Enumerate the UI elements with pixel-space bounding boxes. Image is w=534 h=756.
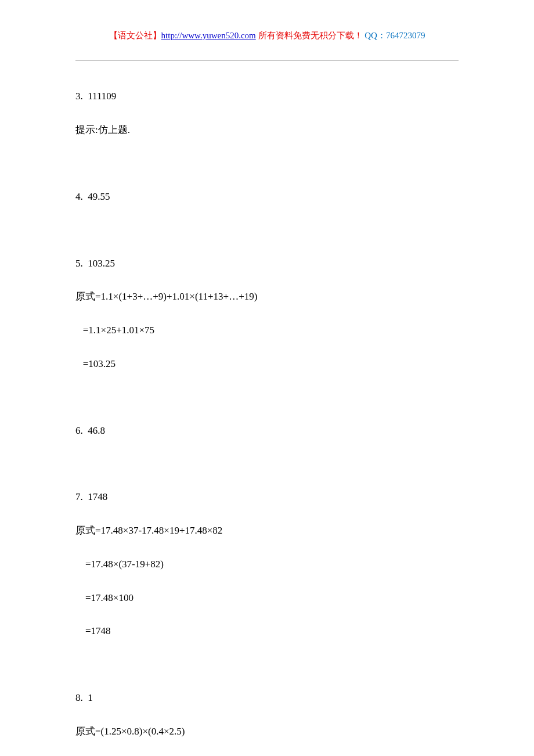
header-rest: 所有资料免费无积分下载！ <box>256 31 363 40</box>
work-line: 原式=1.1×(1+3+…+9)+1.01×(11+13+…+19) <box>75 289 459 305</box>
brand-label: 【语文公社】 <box>109 31 161 40</box>
document-body: 3. 111109 提示:仿上题. 4. 49.55 5. 103.25 原式=… <box>75 72 459 757</box>
divider-line <box>75 60 459 60</box>
qq-label: QQ： <box>365 31 386 40</box>
work-line: =1.1×25+1.01×75 <box>75 322 459 339</box>
work-line: =1748 <box>75 623 459 640</box>
page-header: 【语文公社】http://www.yuwen520.com 所有资料免费无积分下… <box>75 29 459 42</box>
item-number: 5. 103.25 <box>75 255 459 272</box>
item-number: 8. 1 <box>75 690 459 707</box>
item-number: 4. 49.55 <box>75 189 459 206</box>
work-line: =103.25 <box>75 356 459 373</box>
site-link[interactable]: http://www.yuwen520.com <box>161 31 256 40</box>
work-line: =17.48×100 <box>75 590 459 607</box>
item-number: 3. 111109 <box>75 88 459 105</box>
item-hint: 提示:仿上题. <box>75 122 459 139</box>
qq-number: 764723079 <box>386 31 425 40</box>
work-line: 原式=(1.25×0.8)×(0.4×2.5) <box>75 723 459 740</box>
item-number: 6. 46.8 <box>75 423 459 440</box>
item-number: 7. 1748 <box>75 489 459 506</box>
work-line: =17.48×(37-19+82) <box>75 556 459 573</box>
work-line: 原式=17.48×37-17.48×19+17.48×82 <box>75 523 459 539</box>
